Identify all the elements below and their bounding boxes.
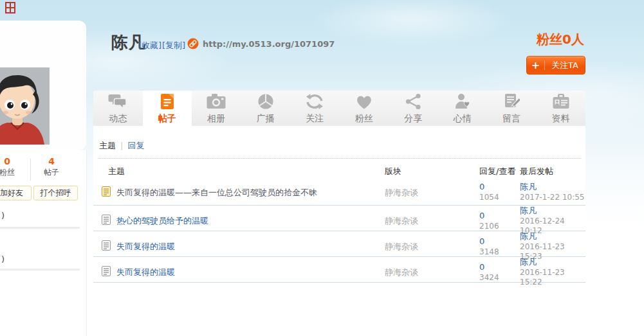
tab-fans-label: 粉丝 xyxy=(355,114,373,123)
tab-mood[interactable]: 心情 xyxy=(438,91,488,126)
posts-stat[interactable]: 4 帖子 xyxy=(30,156,73,177)
view-count: 3148 xyxy=(479,247,520,258)
tab-broadcast-label: 广播 xyxy=(257,114,275,123)
forum-link[interactable]: 静海杂谈 xyxy=(385,215,479,227)
table-row: 失而复得的温暖 静海杂谈 0 3424 陈凡 2016-11-23 15:22 xyxy=(93,257,585,283)
sidebar: 0 粉丝 4 帖子 加好友 打个招呼 ) ) xyxy=(0,150,87,336)
content-panel: 主题|回复 主题 版块 回复/查看 最后发帖 失而复得的温暖——来自一位总公司驾… xyxy=(93,126,585,336)
id-card-icon xyxy=(552,93,570,112)
subnav-separator: | xyxy=(116,141,127,150)
tab-posts[interactable]: 帖子 xyxy=(143,91,192,126)
tab-following[interactable]: 关注 xyxy=(290,91,340,126)
broadcast-icon xyxy=(257,93,274,112)
subnav-topics[interactable]: 主题 xyxy=(99,141,116,150)
tab-messages[interactable]: 留言 xyxy=(487,91,537,126)
topic-doc-icon xyxy=(102,266,111,279)
reply-count: 0 xyxy=(479,182,520,193)
favorite-link[interactable]: [收藏] xyxy=(138,40,161,51)
fans-stat-value: 0 xyxy=(0,156,30,166)
view-count: 1054 xyxy=(479,193,520,203)
avatar-card xyxy=(0,21,86,150)
fans-stat-label: 粉丝 xyxy=(0,168,30,177)
fans-count: 粉丝0人 xyxy=(537,31,584,48)
topic-title-link[interactable]: 失而复得的温暖 xyxy=(116,267,175,278)
header-subject: 主题 xyxy=(98,166,385,177)
last-post-author-link[interactable]: 陈凡 xyxy=(520,257,585,268)
last-post-date: 2016-11-23 15:22 xyxy=(520,268,585,288)
tab-share-label: 分享 xyxy=(404,114,422,123)
tab-albums[interactable]: 相册 xyxy=(192,91,241,126)
say-hello-button[interactable]: 打个招呼 xyxy=(33,186,78,200)
tab-share[interactable]: 分享 xyxy=(389,91,438,126)
topic-doc-icon-gold xyxy=(102,186,111,199)
last-post-author-link[interactable]: 陈凡 xyxy=(520,182,585,193)
tab-profile[interactable]: 资料 xyxy=(537,91,586,126)
header-forum: 版块 xyxy=(385,166,479,177)
reply-count: 0 xyxy=(479,262,520,273)
dotted-divider xyxy=(98,158,581,159)
plus-icon: + xyxy=(527,59,544,71)
add-friend-button[interactable]: 加好友 xyxy=(0,186,32,200)
last-post-date: 2017-1-22 10:55 xyxy=(520,193,585,203)
posts-stat-value: 4 xyxy=(30,156,73,166)
view-count: 2106 xyxy=(479,222,520,232)
sidebar-section-truncated-1: ) xyxy=(1,211,5,220)
topic-title-link[interactable]: 失而复得的温暖——来自一位总公司驾驶员的拾金不昧 xyxy=(116,187,317,199)
posts-stat-label: 帖子 xyxy=(30,168,73,177)
tab-following-label: 关注 xyxy=(306,114,324,123)
subnav-replies[interactable]: 回复 xyxy=(127,141,144,150)
forum-link[interactable]: 静海杂谈 xyxy=(385,267,479,278)
table-header-row: 主题 版块 回复/查看 最后发帖 xyxy=(93,163,585,180)
avatar xyxy=(0,67,50,145)
tab-albums-label: 相册 xyxy=(207,114,225,123)
sidebar-divider xyxy=(0,269,80,270)
person-heart-icon xyxy=(454,93,471,112)
topic-title-link[interactable]: 热心的驾驶员给予的温暖 xyxy=(116,215,208,227)
header-reply-view: 回复/查看 xyxy=(479,166,520,177)
tab-bar: 动态 帖子 相册 广播 xyxy=(93,91,585,126)
document-icon xyxy=(160,93,174,112)
tab-profile-label: 资料 xyxy=(552,114,570,123)
follow-button[interactable]: + 关注TA xyxy=(526,56,585,75)
subnav: 主题|回复 xyxy=(99,140,144,152)
reply-count: 0 xyxy=(479,211,520,222)
profile-url: http://my.0513.org/1071097 xyxy=(203,39,335,49)
follow-button-label: 关注TA xyxy=(545,60,585,71)
forum-link[interactable]: 静海杂谈 xyxy=(385,187,479,199)
last-post-author-link[interactable]: 陈凡 xyxy=(520,206,585,217)
last-post-author-link[interactable]: 陈凡 xyxy=(520,231,585,242)
table-row: 失而复得的温暖 静海杂谈 0 3148 陈凡 2016-11-23 15:23 xyxy=(93,231,585,257)
copy-link[interactable]: [复制] xyxy=(162,40,185,51)
chat-icon xyxy=(108,93,127,112)
tab-messages-label: 留言 xyxy=(502,114,520,123)
reply-count: 0 xyxy=(479,236,520,247)
tab-mood-label: 心情 xyxy=(454,114,472,123)
link-icon xyxy=(187,38,199,49)
view-count: 3424 xyxy=(479,273,520,283)
tab-broadcast[interactable]: 广播 xyxy=(241,91,291,126)
note-pencil-icon xyxy=(503,93,520,112)
table-row: 失而复得的温暖——来自一位总公司驾驶员的拾金不昧 静海杂谈 0 1054 陈凡 … xyxy=(93,180,585,206)
tab-feed-label: 动态 xyxy=(109,114,127,123)
tab-fans[interactable]: 粉丝 xyxy=(340,91,389,126)
fans-stat[interactable]: 0 粉丝 xyxy=(0,156,30,177)
refresh-arrows-icon xyxy=(306,93,324,112)
topic-doc-icon xyxy=(102,215,111,227)
sidebar-divider xyxy=(0,227,80,229)
posts-table: 主题 版块 回复/查看 最后发帖 失而复得的温暖——来自一位总公司驾驶员的拾金不… xyxy=(93,163,585,283)
heart-icon xyxy=(355,93,373,112)
tab-feed[interactable]: 动态 xyxy=(93,91,143,126)
red-grid-icon xyxy=(5,2,15,13)
share-icon xyxy=(405,93,421,112)
tab-posts-label: 帖子 xyxy=(158,114,176,123)
topic-title-link[interactable]: 失而复得的温暖 xyxy=(116,241,175,252)
camera-icon xyxy=(207,93,226,112)
sidebar-section-truncated-2: ) xyxy=(1,254,5,264)
table-row: 热心的驾驶员给予的温暖 静海杂谈 0 2106 陈凡 2016-12-24 10… xyxy=(93,206,585,231)
forum-link[interactable]: 静海杂谈 xyxy=(385,241,479,252)
header-last-post: 最后发帖 xyxy=(520,166,585,177)
topic-doc-icon xyxy=(102,240,111,253)
